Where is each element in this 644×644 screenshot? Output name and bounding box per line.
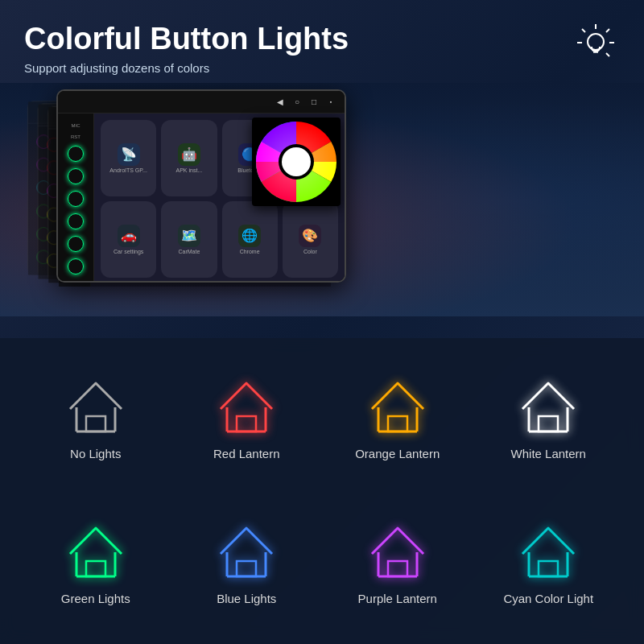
light-label-4: Green Lights <box>61 592 130 605</box>
svg-rect-40 <box>388 561 407 576</box>
light-label-2: Orange Lantern <box>355 447 440 460</box>
svg-point-12 <box>282 147 311 176</box>
back-nav-btn[interactable]: ◀ <box>273 94 287 109</box>
house-icon-3 <box>516 377 580 437</box>
app-carmate[interactable]: 🗺️ CarMate <box>161 201 217 278</box>
light-label-5: Blue Lights <box>217 592 276 605</box>
bulb-icon <box>576 23 616 70</box>
lights-panel: No LightsRed LanternOrange LanternWhite … <box>0 338 644 644</box>
light-item-1[interactable]: Red Lantern <box>175 377 319 460</box>
page-title: Colorful Button Lights <box>24 23 620 56</box>
house-icon-2 <box>365 377 430 437</box>
light-label-6: Purple Lantern <box>358 592 437 605</box>
svg-rect-16 <box>86 416 105 431</box>
house-icon-5 <box>214 522 279 582</box>
light-item-4[interactable]: Green Lights <box>24 522 167 605</box>
svg-rect-44 <box>539 561 558 576</box>
device-top-bar: ◀ ○ □ ▪ <box>58 91 345 114</box>
light-label-0: No Lights <box>70 447 121 460</box>
header: Colorful Button Lights Support adjusting… <box>0 0 644 83</box>
app-car-settings[interactable]: 🚗 Car settings <box>101 201 156 278</box>
svg-rect-24 <box>388 416 407 431</box>
app-color[interactable]: 🎨 Color <box>283 201 338 278</box>
house-icon-6 <box>365 522 430 582</box>
svg-point-6 <box>588 34 604 50</box>
svg-rect-28 <box>539 416 558 431</box>
light-item-0[interactable]: No Lights <box>24 377 167 460</box>
home-nav-btn[interactable]: ○ <box>290 94 304 109</box>
light-label-3: White Lantern <box>511 447 586 460</box>
svg-rect-36 <box>237 561 256 576</box>
house-icon-1 <box>214 377 279 437</box>
light-label-7: Cyan Color Light <box>503 592 593 605</box>
svg-rect-20 <box>237 416 256 431</box>
device-screen: MIC RST 📡 AndroITS GP... 🤖 APK inst... <box>58 114 345 283</box>
page-subtitle: Support adjusting dozens of colors <box>24 61 620 75</box>
menu-nav-btn[interactable]: ▪ <box>324 94 338 109</box>
light-item-2[interactable]: Orange Lantern <box>326 377 469 460</box>
app-androits[interactable]: 📡 AndroITS GP... <box>101 120 156 196</box>
app-chrome[interactable]: 🌐 Chrome <box>222 201 278 278</box>
light-item-5[interactable]: Blue Lights <box>175 522 319 605</box>
svg-line-3 <box>606 53 609 56</box>
device-display-area: ◀ ○ □ ■ ◀ ○ □ <box>0 83 644 316</box>
house-icon-4 <box>64 522 128 582</box>
button-column: MIC RST <box>58 114 94 283</box>
light-item-6[interactable]: Purple Lantern <box>326 522 469 605</box>
house-icon-7 <box>516 522 580 582</box>
app-grid: 📡 AndroITS GP... 🤖 APK inst... 🔵 Bluetoo… <box>94 114 345 283</box>
svg-rect-32 <box>86 561 105 576</box>
house-icon-0 <box>64 377 128 437</box>
svg-line-1 <box>606 29 609 32</box>
light-item-7[interactable]: Cyan Color Light <box>477 522 621 605</box>
svg-line-4 <box>582 29 585 32</box>
lights-grid: No LightsRed LanternOrange LanternWhite … <box>24 354 620 628</box>
recent-nav-btn[interactable]: □ <box>307 94 321 109</box>
light-label-1: Red Lantern <box>213 447 280 460</box>
app-apk[interactable]: 🤖 APK inst... <box>161 120 217 196</box>
color-wheel-overlay <box>252 118 341 206</box>
light-item-3[interactable]: White Lantern <box>477 377 621 460</box>
main-device: ◀ ○ □ ▪ MIC RST 📡 AndroITS GP... <box>56 89 346 283</box>
